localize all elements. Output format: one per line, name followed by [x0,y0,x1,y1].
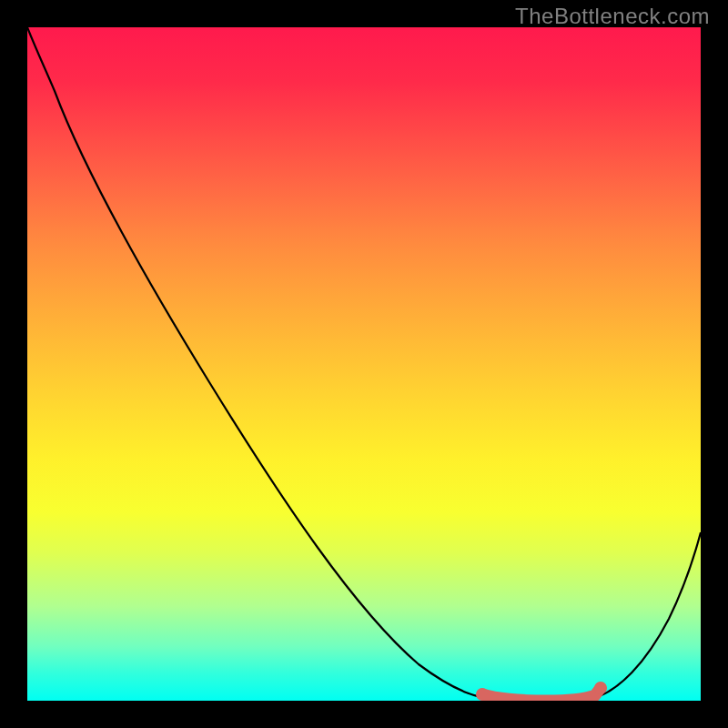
chart-container: TheBottleneck.com [0,0,728,728]
optimal-range-highlight [27,27,701,701]
highlight-band [482,688,601,701]
watermark-text: TheBottleneck.com [515,4,710,29]
highlight-right-cap [594,682,607,694]
